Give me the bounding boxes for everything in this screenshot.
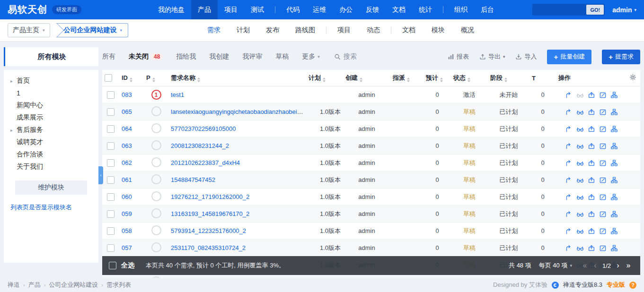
filter-tab[interactable]: 更多▾ <box>302 52 320 61</box>
story-id-link[interactable]: 064 <box>122 125 132 132</box>
column-header-taskCount[interactable]: T <box>529 70 556 86</box>
module-tree-item[interactable]: 成果展示 <box>4 112 98 124</box>
nav-item[interactable]: 我的地盘 <box>151 0 191 19</box>
breadcrumb-item[interactable]: 禅道 <box>8 281 20 289</box>
module-tree-item[interactable]: 合作洽谈 <box>4 148 98 161</box>
product-tab[interactable]: 模块 <box>423 26 453 34</box>
change-icon[interactable] <box>565 176 573 184</box>
row-checkbox[interactable] <box>107 91 115 99</box>
module-tree-item[interactable]: 诚聘英才 <box>4 136 98 148</box>
module-tree-item[interactable]: 1 <box>4 87 98 99</box>
current-product-dropdown[interactable]: 公司企业网站建设 ▾ <box>56 23 129 37</box>
review-icon[interactable] <box>576 108 584 116</box>
story-name-link[interactable]: 20121026223837_d4xH4 <box>171 159 240 166</box>
product-tab[interactable]: 动态 <box>359 26 388 34</box>
product-tab[interactable]: 文档 <box>394 26 423 34</box>
sidebar-collapse-handle[interactable]: ‹ <box>98 166 103 184</box>
change-icon[interactable] <box>565 142 573 150</box>
subdivide-icon[interactable] <box>610 159 618 167</box>
review-icon[interactable] <box>576 244 584 252</box>
expand-icon[interactable]: ▸ <box>10 128 17 133</box>
row-checkbox[interactable] <box>107 193 115 201</box>
help-icon[interactable]: ? <box>629 282 636 289</box>
version-link[interactable]: 禅道专业版8.3 <box>563 281 602 289</box>
close-icon[interactable] <box>588 159 595 167</box>
close-icon[interactable] <box>588 142 595 150</box>
sort-icon[interactable] <box>468 77 470 82</box>
row-checkbox[interactable] <box>107 108 115 116</box>
column-header-actions[interactable]: 操作 <box>556 70 627 86</box>
row-checkbox[interactable] <box>107 210 115 218</box>
close-icon[interactable] <box>588 210 595 218</box>
export-button[interactable]: 导出 ▾ <box>479 52 505 61</box>
last-page-button[interactable]: » <box>623 262 634 269</box>
filter-tab[interactable]: 我评审 <box>242 52 262 61</box>
sort-icon[interactable] <box>323 77 326 82</box>
row-checkbox[interactable] <box>107 176 115 184</box>
subdivide-icon[interactable] <box>610 193 618 201</box>
edit-icon[interactable] <box>599 193 607 201</box>
nav-item[interactable]: 运维 <box>306 0 333 19</box>
select-all-header-checkbox[interactable] <box>105 74 112 82</box>
edit-icon[interactable] <box>599 142 607 150</box>
close-icon[interactable] <box>588 244 595 252</box>
breadcrumb-item[interactable]: 公司企业网站建设 <box>49 281 98 289</box>
edit-icon[interactable] <box>599 108 607 116</box>
edit-icon[interactable] <box>599 176 607 184</box>
subdivide-icon[interactable] <box>610 91 618 99</box>
review-icon[interactable] <box>576 125 584 133</box>
edit-icon[interactable] <box>599 210 607 218</box>
story-name-link[interactable]: 19276212_171901262000_2 <box>171 193 249 200</box>
nav-item[interactable]: 统计 <box>412 0 439 19</box>
filter-tab[interactable]: 指给我 <box>176 52 196 61</box>
product-tab[interactable]: 项目 <box>329 26 359 34</box>
row-checkbox[interactable] <box>107 159 115 167</box>
column-settings[interactable] <box>627 70 640 86</box>
product-tab[interactable]: 发布 <box>258 26 287 34</box>
change-icon[interactable] <box>565 108 573 116</box>
filter-tab[interactable]: 所有 <box>102 52 115 61</box>
change-icon[interactable] <box>565 159 573 167</box>
first-page-button[interactable]: « <box>580 262 590 269</box>
edit-icon[interactable] <box>599 125 607 133</box>
close-icon[interactable] <box>588 125 595 133</box>
filter-tab[interactable]: 草稿 <box>275 52 289 61</box>
module-tree-item[interactable]: 新闻中心 <box>4 99 98 112</box>
sort-icon[interactable] <box>152 77 155 82</box>
close-icon[interactable] <box>588 176 595 184</box>
product-tab[interactable]: 概况 <box>453 26 482 34</box>
nav-item[interactable]: 文档 <box>386 0 412 19</box>
sort-icon[interactable] <box>407 77 410 82</box>
row-checkbox[interactable] <box>107 142 115 150</box>
story-name-link[interactable]: lansetexiaoguangyingqichetaobaodianzhaob… <box>171 108 306 115</box>
edit-icon[interactable] <box>599 159 607 167</box>
story-name-link[interactable]: test1 <box>171 91 184 98</box>
select-all-checkbox[interactable] <box>109 262 116 269</box>
nav-item[interactable]: 产品 <box>191 0 218 19</box>
story-name-link[interactable]: 200812308231244_2 <box>171 142 229 149</box>
story-name-link[interactable]: 2531170_082435310724_2 <box>171 244 246 251</box>
row-checkbox[interactable] <box>107 125 115 133</box>
global-search-input[interactable] <box>533 7 586 13</box>
module-tree-header[interactable]: 所有模块 <box>4 47 98 66</box>
review-icon[interactable] <box>576 210 584 218</box>
subdivide-icon[interactable] <box>610 244 618 252</box>
change-icon[interactable] <box>565 193 573 201</box>
review-icon[interactable] <box>576 193 584 201</box>
product-tab[interactable]: 计划 <box>229 26 258 34</box>
search-toggle[interactable]: 搜索 <box>334 52 357 61</box>
subdivide-icon[interactable] <box>610 125 618 133</box>
user-menu[interactable]: admin ▾ <box>612 6 636 14</box>
column-header-plan[interactable]: 计划 <box>306 70 343 86</box>
edit-icon[interactable] <box>599 91 607 99</box>
story-id-link[interactable]: 062 <box>122 159 132 166</box>
story-id-link[interactable]: 059 <box>122 210 132 217</box>
toggle-module-display-link[interactable]: 列表页是否显示模块名 <box>10 203 98 212</box>
import-button[interactable]: 导入 <box>515 52 537 61</box>
review-icon[interactable] <box>576 142 584 150</box>
batch-create-button[interactable]: + 批量创建 <box>547 50 591 64</box>
report-button[interactable]: 报表 <box>448 52 469 61</box>
create-story-button[interactable]: + 提需求 <box>602 50 640 64</box>
column-header-stage[interactable]: 阶段 <box>488 70 529 86</box>
story-id-link[interactable]: 060 <box>122 193 132 200</box>
